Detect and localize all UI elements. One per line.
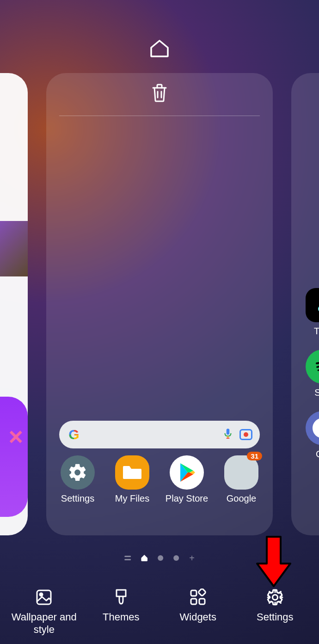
gear-icon — [61, 455, 95, 490]
bottom-label: Wallpaper and style — [9, 611, 79, 636]
bottom-label: Themes — [103, 611, 139, 623]
app-spotify[interactable]: Spo — [300, 350, 319, 398]
app-clock[interactable]: Clo — [300, 411, 319, 460]
mic-icon[interactable] — [222, 428, 234, 442]
svg-point-14 — [272, 595, 277, 600]
notification-badge: 31 — [247, 452, 262, 460]
app-tiktok[interactable]: TikT — [300, 288, 319, 337]
app-label: TikT — [314, 326, 319, 337]
svg-rect-12 — [199, 599, 205, 604]
app-label: Clo — [316, 449, 319, 460]
app-label: Spo — [314, 387, 319, 398]
svg-rect-10 — [191, 590, 196, 596]
page-dot[interactable] — [158, 555, 163, 561]
home-page-left[interactable]: × — [0, 73, 28, 535]
launcher-options-bar: Wallpaper and style Themes Widgets — [0, 588, 319, 636]
settings-button[interactable]: Settings — [240, 588, 310, 636]
bottom-label: Widgets — [180, 611, 216, 623]
apps-page-dot[interactable] — [124, 556, 131, 560]
folder-icon — [115, 455, 149, 490]
home-page-current[interactable]: G Settings — [46, 73, 273, 535]
google-search-bar[interactable]: G — [59, 421, 260, 448]
google-logo-icon: G — [67, 427, 81, 442]
spotify-icon — [306, 350, 319, 384]
home-pages-carousel[interactable]: × G — [0, 73, 319, 535]
app-settings[interactable]: Settings — [55, 455, 101, 504]
folder-icon: 31 — [224, 455, 258, 490]
home-icon[interactable] — [149, 39, 170, 58]
widgets-button[interactable]: Widgets — [163, 588, 233, 636]
svg-rect-11 — [191, 599, 196, 604]
play-store-icon — [170, 455, 204, 490]
svg-rect-13 — [198, 589, 206, 596]
left-page-widget — [0, 397, 28, 517]
home-page-dot-active[interactable] — [141, 555, 147, 561]
clock-icon — [306, 411, 319, 445]
add-page-icon[interactable]: + — [189, 555, 195, 561]
page-dot[interactable] — [173, 555, 179, 561]
tiktok-icon — [306, 288, 319, 322]
bottom-label: Settings — [257, 611, 294, 623]
gear-icon — [266, 588, 284, 607]
annotation-arrow-icon — [255, 535, 292, 588]
themes-button[interactable]: Themes — [86, 588, 156, 636]
wallpaper-icon — [35, 588, 53, 607]
close-x-icon: × — [8, 422, 23, 451]
google-lens-icon[interactable] — [239, 429, 252, 440]
svg-point-9 — [40, 593, 43, 596]
widgets-icon — [189, 588, 207, 607]
app-my-files[interactable]: My Files — [109, 455, 155, 504]
svg-point-5 — [313, 418, 319, 438]
app-label: Play Store — [166, 493, 208, 504]
wallpaper-style-button[interactable]: Wallpaper and style — [9, 588, 79, 636]
app-google-folder[interactable]: 31 Google — [218, 455, 264, 504]
svg-rect-8 — [37, 590, 51, 604]
trash-icon[interactable] — [151, 83, 168, 104]
left-page-photo — [0, 221, 28, 276]
app-shortcut-row: Settings My Files — [55, 455, 264, 504]
app-label: Google — [227, 493, 257, 504]
page-indicator[interactable]: + — [124, 555, 195, 561]
home-page-right[interactable]: TikT Spo — [291, 73, 319, 535]
app-play-store[interactable]: Play Store — [164, 455, 210, 504]
brush-icon — [112, 588, 130, 607]
app-label: My Files — [115, 493, 149, 504]
app-label: Settings — [61, 493, 94, 504]
